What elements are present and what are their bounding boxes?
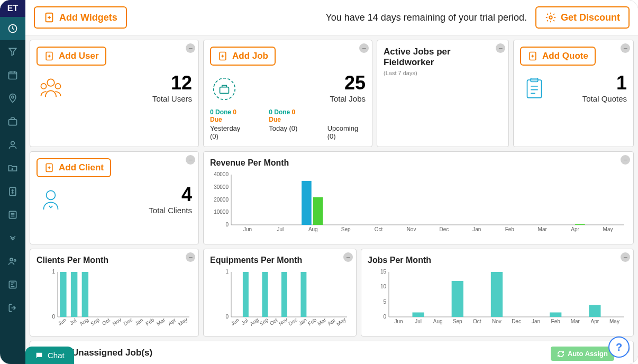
svg-text:Nov: Nov [492,319,502,324]
chat-button[interactable]: Chat [25,347,74,364]
cards-row-3: − Clients Per Month 01JunJulAugSepOctNov… [25,244,638,341]
svg-rect-70 [262,272,268,317]
nav-calendar[interactable] [0,63,25,87]
add-client-button[interactable]: Add Client [37,158,111,177]
svg-text:Jan: Jan [297,317,308,326]
nav-team[interactable] [0,250,25,273]
svg-rect-32 [313,197,323,225]
total-jobs-value: 25 [330,72,366,94]
svg-point-2 [12,96,14,98]
svg-point-8 [14,260,16,261]
collapse-icon[interactable]: − [343,252,353,262]
cards-row-4: − Auto Assign Today's Unassigned Job(s) … [25,341,638,364]
svg-point-11 [549,16,552,19]
card-add-client: − Add Client 4Total Clients [30,151,199,244]
svg-text:Dec: Dec [440,226,449,232]
svg-text:20000: 20000 [214,197,229,203]
svg-text:Dec: Dec [512,319,521,324]
nav-jobs[interactable] [0,110,25,133]
collapse-icon[interactable]: − [621,155,630,165]
get-discount-label: Get Discount [561,12,620,23]
total-users-value: 12 [152,72,192,94]
chat-icon [35,351,43,360]
svg-point-4 [11,141,15,145]
svg-text:Jan: Jan [472,226,481,232]
plus-doc-icon [44,51,54,61]
refresh-icon [557,350,564,358]
nav-map[interactable] [0,87,25,110]
auto-assign-label: Auto Assign [568,350,608,358]
nav-funnel[interactable] [0,40,25,63]
total-clients-value: 4 [149,184,192,206]
plus-doc-icon [43,12,55,23]
collapse-icon[interactable]: − [496,43,505,53]
add-quote-label: Add Quote [542,51,588,61]
sidebar: ET [0,0,25,364]
nav-handshake[interactable] [0,226,25,250]
svg-text:0: 0 [225,222,229,228]
svg-point-15 [55,84,60,89]
trial-text: You have 14 days remaining of your trial… [325,12,527,23]
svg-text:Jul: Jul [415,319,422,324]
collapse-icon[interactable]: − [359,43,369,53]
add-quote-button[interactable]: Add Quote [520,47,596,66]
total-jobs-label: Total Jobs [330,94,366,103]
briefcase-icon [210,75,239,103]
logo: ET [0,0,25,17]
svg-rect-31 [302,181,312,225]
help-button[interactable]: ? [608,336,630,358]
equip-chart-title: Equipments Per Month [210,256,350,265]
svg-text:Aug: Aug [78,317,89,327]
collapse-icon[interactable]: − [186,252,195,262]
svg-text:10: 10 [380,284,387,289]
main-content: Add Widgets You have 14 days remaining o… [25,0,638,364]
svg-text:Feb: Feb [505,226,515,232]
add-user-button[interactable]: Add User [37,47,106,66]
svg-text:Nov: Nov [407,226,416,232]
collapse-icon[interactable]: − [621,43,630,53]
svg-text:Feb: Feb [551,319,561,324]
nav-invoice[interactable] [0,180,25,203]
nav-dashboard[interactable] [0,17,25,40]
svg-text:Sep: Sep [341,226,351,232]
auto-assign-button[interactable]: Auto Assign [551,347,614,361]
yesterday-label: Yesterday (0) [210,124,248,140]
today-label: Today (0) [269,124,306,132]
svg-point-14 [41,84,46,89]
svg-text:Jan: Jan [134,317,144,326]
nav-settings[interactable] [0,273,25,296]
nav-folder[interactable] [0,157,25,180]
card-add-user: − Add User 12Total Users [30,40,199,147]
collapse-icon[interactable]: − [186,155,195,165]
svg-text:40000: 40000 [214,172,229,177]
card-add-quote: − Add Quote 1Total Quotes [513,40,634,147]
client-icon [37,186,65,215]
nav-logout[interactable] [0,296,25,320]
chat-label: Chat [48,351,65,360]
card-revenue-chart: − Revenue Per Month 01000020000300004000… [203,151,634,244]
svg-text:Mar: Mar [571,319,580,324]
svg-rect-93 [491,272,503,317]
svg-rect-94 [550,313,561,317]
gear-icon [545,12,557,23]
nav-list[interactable] [0,203,25,226]
collapse-icon[interactable]: − [621,252,630,262]
svg-text:0: 0 [225,314,229,320]
add-job-button[interactable]: Add Job [210,47,276,66]
svg-rect-72 [300,272,306,317]
svg-rect-92 [452,281,463,317]
svg-rect-51 [71,272,77,317]
svg-text:Dec: Dec [122,317,133,327]
collapse-icon[interactable]: − [186,43,195,53]
add-widgets-button[interactable]: Add Widgets [34,6,127,29]
total-quotes-value: 1 [582,72,627,94]
svg-text:Jan: Jan [532,319,540,324]
svg-text:Jul: Jul [240,317,249,326]
svg-text:0: 0 [383,314,386,320]
upcoming-label: Upcoming (0) [327,124,366,140]
get-discount-button[interactable]: Get Discount [535,6,630,29]
nav-users[interactable] [0,133,25,157]
card-add-job: − Add Job 25Total Jobs 0 Done 0 Due Yest… [203,40,372,147]
svg-point-13 [47,79,54,86]
svg-text:Aug: Aug [433,319,443,324]
